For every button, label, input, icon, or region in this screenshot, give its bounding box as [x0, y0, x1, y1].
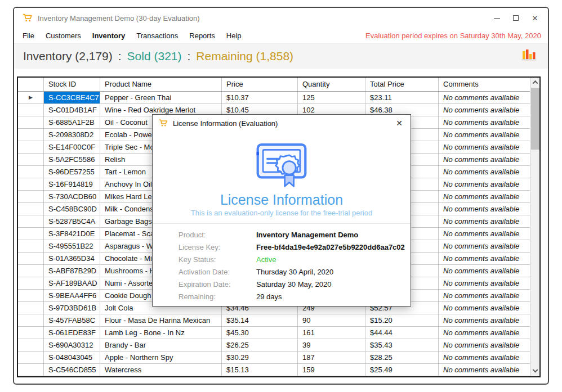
menu-item-reports[interactable]: Reports: [189, 31, 215, 40]
cell-comments[interactable]: No comments available: [439, 327, 530, 339]
cell-product[interactable]: Brandy - Bar: [100, 339, 222, 351]
cell-product[interactable]: Flour - Masa De Harina Mexican: [100, 314, 222, 326]
table-row[interactable]: S-C546CD855Watercress$15.13159$25.49No c…: [18, 364, 530, 376]
cell-quantity[interactable]: 39: [298, 339, 365, 351]
cell-stock_id[interactable]: S-16F914819: [44, 178, 100, 190]
cell-quantity[interactable]: 187: [298, 352, 365, 363]
cell-comments[interactable]: No comments available: [439, 104, 530, 116]
cell-price[interactable]: $30.29: [222, 352, 298, 363]
cell-stock_id[interactable]: S-730ACDB60: [44, 191, 100, 202]
cell-comments[interactable]: No comments available: [439, 129, 530, 141]
cell-total[interactable]: $28.25: [365, 352, 439, 363]
cell-stock_id[interactable]: S-5287B5C4A: [44, 215, 100, 227]
cell-price[interactable]: $45.30: [222, 327, 298, 339]
cell-comments[interactable]: No comments available: [439, 253, 530, 264]
menu-item-transactions[interactable]: Transactions: [136, 31, 178, 40]
cell-comments[interactable]: No comments available: [439, 364, 530, 376]
vertical-scrollbar[interactable]: [530, 78, 539, 376]
col-header-price[interactable]: Price: [222, 78, 298, 91]
cell-comments[interactable]: No comments available: [439, 228, 530, 240]
table-row[interactable]: S-457FAB58CFlour - Masa De Harina Mexica…: [18, 314, 530, 327]
cell-product[interactable]: Lamb Leg - Bone - In Nz: [100, 327, 222, 339]
row-selector-cell[interactable]: [18, 104, 44, 116]
col-header-quantity[interactable]: Quantity: [298, 78, 365, 91]
cell-price[interactable]: $10.37: [222, 92, 298, 103]
cell-comments[interactable]: No comments available: [439, 302, 530, 314]
cell-stock_id[interactable]: S-ABF87B29D: [44, 265, 100, 277]
cell-product[interactable]: Pepper - Green Thai: [100, 92, 222, 103]
cell-comments[interactable]: No comments available: [439, 265, 530, 277]
row-selector-cell[interactable]: [18, 314, 44, 326]
row-selector-cell[interactable]: [18, 290, 44, 301]
menu-item-inventory[interactable]: Inventory: [92, 31, 126, 40]
cell-total[interactable]: $15.20: [365, 314, 439, 326]
cell-price[interactable]: $26.25: [222, 339, 298, 351]
menu-item-customers[interactable]: Customers: [46, 31, 81, 40]
table-row[interactable]: ▶S-CC3CBE4C7Pepper - Green Thai$10.37125…: [18, 92, 530, 104]
cell-stock_id[interactable]: S-690A30312: [44, 339, 100, 351]
cell-stock_id[interactable]: S-96DE57255: [44, 166, 100, 178]
dialog-close-button[interactable]: ✕: [388, 115, 411, 132]
close-button[interactable]: ✕: [525, 10, 545, 26]
cell-quantity[interactable]: 159: [298, 364, 365, 376]
cell-comments[interactable]: No comments available: [439, 191, 530, 202]
row-selector-cell[interactable]: [18, 178, 44, 190]
minimize-button[interactable]: [487, 10, 506, 26]
cell-price[interactable]: $35.14: [222, 314, 298, 326]
row-selector-cell[interactable]: [18, 364, 44, 376]
scrollbar-thumb[interactable]: [531, 88, 539, 150]
cell-stock_id[interactable]: S-2098308D2: [44, 129, 100, 141]
cell-total[interactable]: $44.44: [365, 327, 439, 339]
bar-chart-icon[interactable]: [521, 48, 537, 65]
cell-stock_id[interactable]: S-6885A1F2B: [44, 116, 100, 128]
col-header-stock-id[interactable]: Stock ID: [44, 78, 100, 91]
cell-stock_id[interactable]: S-AF189BAAD: [44, 277, 100, 289]
cell-comments[interactable]: No comments available: [439, 215, 530, 227]
cell-comments[interactable]: No comments available: [439, 166, 530, 178]
row-selector-cell[interactable]: [18, 154, 44, 165]
col-header-comments[interactable]: Comments: [439, 78, 530, 91]
cell-comments[interactable]: No comments available: [439, 277, 530, 289]
cell-comments[interactable]: No comments available: [439, 339, 530, 351]
cell-price[interactable]: $15.13: [222, 364, 298, 376]
table-row[interactable]: S-048043045Apple - Northern Spy$30.29187…: [18, 352, 530, 364]
table-row[interactable]: S-690A30312Brandy - Bar$26.2539$35.43No …: [18, 339, 530, 352]
row-selector-cell[interactable]: [18, 141, 44, 153]
row-selector-cell[interactable]: [18, 253, 44, 264]
row-selector-cell[interactable]: [18, 339, 44, 351]
cell-quantity[interactable]: 161: [298, 327, 365, 339]
cell-comments[interactable]: No comments available: [439, 141, 530, 153]
cell-quantity[interactable]: 125: [298, 92, 365, 103]
row-selector-cell[interactable]: [18, 228, 44, 240]
cell-comments[interactable]: No comments available: [439, 203, 530, 215]
scroll-down-button[interactable]: [530, 367, 539, 376]
cell-stock_id[interactable]: S-5A2FC5586: [44, 154, 100, 165]
cell-stock_id[interactable]: S-495551B22: [44, 240, 100, 252]
row-selector-cell[interactable]: ▶: [18, 92, 44, 103]
cell-comments[interactable]: No comments available: [439, 154, 530, 165]
row-selector-cell[interactable]: [18, 265, 44, 277]
cell-comments[interactable]: No comments available: [439, 240, 530, 252]
row-selector-cell[interactable]: [18, 327, 44, 339]
cell-stock_id[interactable]: S-9BEAA4FF6: [44, 290, 100, 301]
cell-comments[interactable]: No comments available: [439, 116, 530, 128]
cell-stock_id[interactable]: S-061EDE83F: [44, 327, 100, 339]
cell-comments[interactable]: No comments available: [439, 92, 530, 103]
cell-product[interactable]: Watercress: [100, 364, 222, 376]
row-selector-cell[interactable]: [18, 240, 44, 252]
row-selector-cell[interactable]: [18, 191, 44, 202]
table-row[interactable]: S-061EDE83FLamb Leg - Bone - In Nz$45.30…: [18, 327, 530, 339]
cell-product[interactable]: Apple - Northern Spy: [100, 352, 222, 363]
cell-comments[interactable]: No comments available: [439, 314, 530, 326]
cell-stock_id[interactable]: S-01A365D34: [44, 253, 100, 264]
row-selector-cell[interactable]: [18, 302, 44, 314]
cell-total[interactable]: $23.11: [365, 92, 439, 103]
cell-stock_id[interactable]: S-97D3BD61B: [44, 302, 100, 314]
cell-stock_id[interactable]: S-E14F00C0F: [44, 141, 100, 153]
cell-stock_id[interactable]: S-C458BC90D: [44, 203, 100, 215]
col-header-total-price[interactable]: Total Price: [365, 78, 439, 91]
row-selector-cell[interactable]: [18, 215, 44, 227]
row-selector-cell[interactable]: [18, 116, 44, 128]
cell-stock_id[interactable]: S-457FAB58C: [44, 314, 100, 326]
cell-total[interactable]: $25.49: [365, 364, 439, 376]
